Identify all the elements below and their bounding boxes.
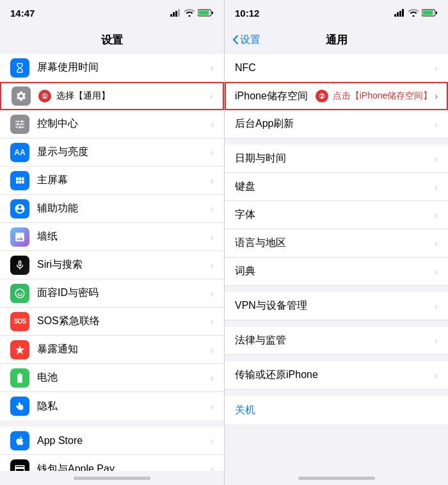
row-keyboard[interactable]: 键盘 › <box>225 173 448 201</box>
section-gap4 <box>225 320 448 327</box>
control-center-label: 控制中心 <box>37 117 208 131</box>
row-display[interactable]: AA 显示与亮度 › <box>0 138 224 167</box>
vpn-label: VPN与设备管理 <box>235 299 432 313</box>
wifi-icon <box>184 9 195 17</box>
battery-row-icon <box>10 368 29 388</box>
chevron-icon: › <box>211 436 214 446</box>
general-text: 选择【通用】 <box>56 90 110 101</box>
row-general[interactable]: ① 选择【通用】 › <box>0 82 224 110</box>
home-screen-icon <box>10 171 29 190</box>
row-screen-time[interactable]: 屏幕使用时间 › <box>0 54 224 82</box>
back-chevron-icon <box>232 35 239 45</box>
app-store-label: App Store <box>37 435 208 447</box>
accessibility-icon <box>10 199 29 218</box>
chevron-icon: › <box>211 288 214 299</box>
svg-rect-13 <box>423 11 433 15</box>
chevron-icon: › <box>435 154 438 164</box>
svg-rect-12 <box>436 12 437 14</box>
row-app-store[interactable]: App Store › <box>0 427 224 455</box>
exposure-label: 暴露通知 <box>37 343 208 356</box>
chevron-icon: › <box>211 232 214 242</box>
row-exposure[interactable]: 暴露通知 › <box>0 336 224 364</box>
wallet-svg-icon <box>14 463 26 471</box>
general-chevron: › <box>209 91 212 101</box>
left-list-area: 屏幕使用时间 › ① 选择【通用】 › <box>0 54 224 471</box>
chevron-icon: › <box>211 260 214 270</box>
hourglass-icon <box>14 62 26 74</box>
row-sos[interactable]: SOS SOS紧急联络 › <box>0 308 224 336</box>
row-iphone-storage[interactable]: iPhone储存空间 ② 点击【iPhone储存空间】 › <box>225 82 448 110</box>
right-time: 10:12 <box>235 8 259 19</box>
hand-icon <box>14 400 26 412</box>
row-bg-refresh[interactable]: 后台App刷新 › <box>225 110 448 138</box>
chevron-icon: › <box>435 63 438 73</box>
row-dictionary[interactable]: 词典 › <box>225 258 448 286</box>
star-icon <box>14 344 26 356</box>
row-wallet[interactable]: 钱包与Apple Pay › <box>0 455 224 471</box>
battery-full-icon <box>14 372 26 384</box>
storage-label: iPhone储存空间 <box>235 90 313 103</box>
home-screen-label: 主屏幕 <box>37 174 208 187</box>
right-home-indicator <box>225 471 448 485</box>
gear-icon <box>15 90 27 102</box>
general-label: ① 选择【通用】 <box>38 90 207 103</box>
section-gap <box>0 420 224 427</box>
exposure-icon <box>10 340 29 359</box>
right-nav-title: 通用 <box>326 33 348 47</box>
sliders-icon <box>14 119 26 130</box>
chevron-icon: › <box>435 119 438 129</box>
back-button[interactable]: 设置 <box>232 33 260 47</box>
row-home-screen[interactable]: 主屏幕 › <box>0 167 224 195</box>
row-battery[interactable]: 电池 › <box>0 364 224 392</box>
row-legal[interactable]: 法律与监管 › <box>225 327 448 355</box>
row-nfc[interactable]: NFC › <box>225 54 448 82</box>
chevron-icon: › <box>211 204 214 214</box>
wallet-icon <box>10 459 29 471</box>
chevron-icon: › <box>435 210 438 220</box>
row-font[interactable]: 字体 › <box>225 201 448 229</box>
row-language[interactable]: 语言与地区 › <box>225 229 448 258</box>
left-nav-bar: 设置 <box>0 26 224 54</box>
row-face-id[interactable]: 面容ID与密码 › <box>0 279 224 308</box>
privacy-label: 隐私 <box>37 400 208 413</box>
wallpaper-label: 墙纸 <box>37 230 208 243</box>
left-time: 14:47 <box>10 8 35 19</box>
row-transfer[interactable]: 传输或还原iPhone › <box>225 361 448 390</box>
signal-icon <box>170 9 181 17</box>
app-store-icon <box>10 431 29 450</box>
row-wallpaper[interactable]: 墙纸 › <box>0 223 224 251</box>
privacy-icon <box>10 397 29 416</box>
dictionary-label: 词典 <box>235 265 432 278</box>
svg-rect-0 <box>170 14 172 17</box>
row-shutdown[interactable]: 关机 <box>225 396 448 424</box>
row-vpn[interactable]: VPN与设备管理 › <box>225 292 448 320</box>
svg-rect-5 <box>212 12 213 14</box>
shutdown-label: 关机 <box>235 404 438 417</box>
row-datetime[interactable]: 日期与时间 › <box>225 145 448 173</box>
svg-rect-7 <box>394 14 396 17</box>
row-accessibility[interactable]: 辅助功能 › <box>0 195 224 223</box>
section-gap5 <box>225 355 448 361</box>
language-label: 语言与地区 <box>235 236 432 250</box>
face-id-icon <box>10 284 29 303</box>
row-siri[interactable]: Siri与搜索 › <box>0 251 224 279</box>
row-control-center[interactable]: 控制中心 › <box>0 110 224 138</box>
battery-icon <box>198 9 214 17</box>
right-list-area: NFC › iPhone储存空间 ② 点击【iPhone储存空间】 › 后台Ap… <box>225 54 448 471</box>
face-id-label: 面容ID与密码 <box>37 286 208 300</box>
font-label: 字体 <box>235 208 432 222</box>
face-icon <box>14 288 26 299</box>
accessibility-label: 辅助功能 <box>37 202 208 215</box>
chevron-icon: › <box>211 63 214 73</box>
chevron-icon: › <box>211 316 214 327</box>
chevron-icon: › <box>435 267 438 277</box>
image-icon <box>14 231 26 243</box>
left-nav-title: 设置 <box>101 33 123 47</box>
storage-text: iPhone储存空间 <box>235 90 308 101</box>
row-privacy[interactable]: 隐私 › <box>0 392 224 420</box>
chevron-icon: › <box>435 370 438 381</box>
section-gap3 <box>225 286 448 292</box>
bg-refresh-label: 后台App刷新 <box>235 117 432 131</box>
section-gap2 <box>225 138 448 145</box>
screen-time-label: 屏幕使用时间 <box>37 61 208 74</box>
